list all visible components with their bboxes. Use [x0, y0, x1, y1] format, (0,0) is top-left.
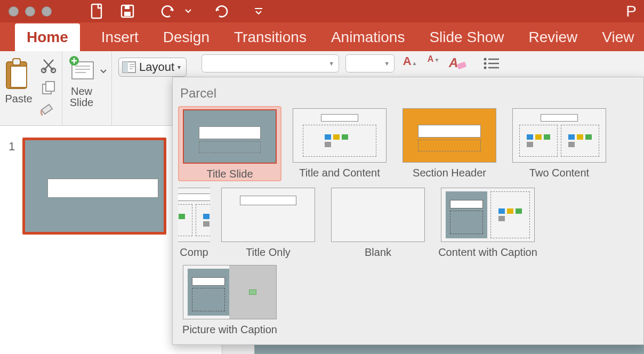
svg-point-26 — [484, 62, 487, 65]
window-close-icon[interactable] — [9, 6, 19, 17]
layout-preview-icon — [402, 108, 496, 163]
bullets-button[interactable] — [481, 54, 502, 74]
font-size-combo[interactable]: ▼ — [345, 54, 395, 73]
new-slide-label-bottom: Slide — [70, 96, 93, 109]
svg-point-24 — [484, 58, 487, 61]
tab-slide-show[interactable]: Slide Show — [426, 23, 507, 51]
redo-icon[interactable] — [214, 4, 230, 18]
picture-placeholder-icon — [249, 289, 256, 295]
svg-rect-7 — [13, 59, 20, 65]
layout-option-content-with-caption[interactable]: Content with Caption — [436, 186, 540, 259]
paste-button[interactable]: Paste — [4, 54, 33, 105]
layout-gallery-theme-name: Parcel — [173, 84, 643, 106]
slide-thumbnail[interactable] — [25, 140, 164, 232]
new-slide-label-top: New — [71, 85, 92, 98]
slide-number: 1 — [9, 138, 15, 154]
tab-transitions[interactable]: Transitions — [231, 23, 310, 51]
format-painter-icon[interactable] — [39, 102, 58, 117]
layout-label: Layout — [139, 60, 174, 74]
tab-view[interactable]: View — [599, 23, 637, 51]
chevron-down-icon: ▾ — [178, 63, 181, 71]
file-icon[interactable] — [90, 3, 105, 19]
layout-option-section-header[interactable]: Section Header — [398, 106, 501, 181]
increase-font-button[interactable]: A▲ — [400, 54, 420, 73]
slide-title-placeholder-icon — [47, 179, 158, 198]
layout-preview-icon — [512, 108, 606, 163]
layout-preview-icon — [183, 109, 277, 164]
window-minimize-icon[interactable] — [25, 6, 35, 17]
window-zoom-icon[interactable] — [42, 6, 52, 17]
new-slide-dropdown-icon[interactable] — [100, 54, 107, 76]
layout-label: Picture with Caption — [182, 324, 277, 336]
svg-rect-23 — [457, 62, 466, 70]
clear-formatting-button[interactable]: A — [447, 54, 468, 74]
svg-point-28 — [484, 67, 487, 69]
tab-review[interactable]: Review — [526, 23, 581, 51]
chevron-down-icon: ▼ — [384, 60, 390, 67]
svg-rect-11 — [46, 82, 54, 91]
layout-gallery-popup: Parcel Title Slide Title and Content — [172, 77, 644, 345]
tab-design[interactable]: Design — [160, 23, 213, 51]
layout-label: Section Header — [413, 167, 486, 179]
layout-option-blank[interactable]: Blank — [326, 186, 430, 259]
layout-label: Content with Caption — [438, 246, 537, 259]
layout-label: Blank — [365, 246, 391, 259]
layout-option-title-slide[interactable]: Title Slide — [178, 106, 281, 181]
window-controls — [9, 6, 52, 17]
new-slide-icon — [67, 54, 96, 84]
paste-label: Paste — [5, 93, 32, 105]
quick-access-toolbar — [90, 3, 263, 19]
qat-customize-icon[interactable] — [254, 7, 263, 15]
layout-preview-icon — [221, 188, 315, 242]
layout-preview-icon — [331, 188, 425, 242]
clipboard-side — [37, 54, 58, 117]
cut-icon[interactable] — [41, 58, 57, 74]
layout-option-picture-with-caption[interactable]: Picture with Caption — [178, 263, 281, 336]
layout-icon — [122, 61, 136, 73]
layout-label: Title Only — [246, 246, 291, 259]
chevron-down-icon: ▼ — [328, 60, 334, 67]
layout-label: Comp — [180, 246, 208, 259]
svg-text:A: A — [448, 55, 458, 70]
layout-preview-icon — [178, 188, 210, 242]
svg-rect-18 — [123, 62, 128, 73]
svg-rect-0 — [92, 4, 101, 18]
undo-dropdown-icon[interactable] — [185, 9, 191, 13]
layout-button[interactable]: Layout ▾ — [118, 58, 187, 77]
layout-label: Title and Content — [299, 167, 380, 179]
app-title-initial: P — [272, 2, 639, 20]
layout-gallery-grid: Title Slide Title and Content Section He… — [173, 106, 643, 336]
layout-option-title-and-content[interactable]: Title and Content — [288, 106, 391, 181]
layout-preview-icon — [441, 188, 535, 242]
ribbon-tabs: Home Insert Design Transitions Animation… — [0, 22, 644, 51]
svg-rect-6 — [11, 66, 27, 87]
save-icon[interactable] — [120, 4, 135, 19]
layout-option-comparison[interactable]: Comp — [178, 186, 210, 259]
layout-preview-icon — [293, 108, 387, 163]
clipboard-icon — [4, 57, 33, 91]
tab-home[interactable]: Home — [15, 23, 80, 51]
tab-animations[interactable]: Animations — [328, 23, 408, 51]
font-family-combo[interactable]: ▼ — [202, 54, 339, 73]
svg-rect-2 — [124, 12, 131, 16]
svg-rect-3 — [125, 6, 130, 9]
layout-preview-icon — [183, 265, 277, 319]
title-bar: P — [0, 0, 644, 22]
layout-label: Title Slide — [206, 168, 253, 180]
new-slide-button[interactable]: New Slide — [67, 54, 96, 109]
copy-icon[interactable] — [41, 80, 57, 96]
layout-option-two-content[interactable]: Two Content — [508, 106, 611, 181]
svg-rect-4 — [255, 8, 262, 9]
layout-option-title-only[interactable]: Title Only — [216, 186, 320, 259]
undo-icon[interactable] — [159, 4, 178, 18]
decrease-font-button[interactable]: A▼ — [423, 54, 444, 73]
layout-label: Two Content — [529, 167, 589, 179]
slide-selection-outline — [22, 138, 166, 235]
tab-insert[interactable]: Insert — [98, 23, 142, 51]
